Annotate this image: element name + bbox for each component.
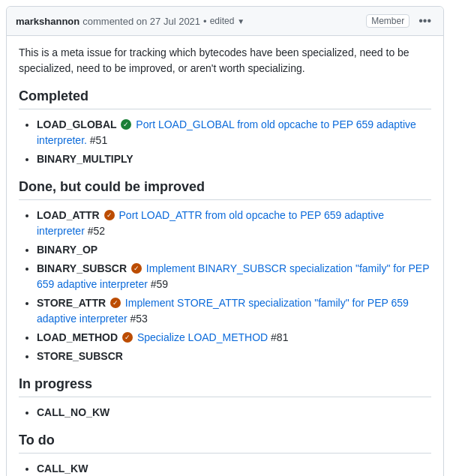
list-item: CALL_NO_KW xyxy=(37,405,431,421)
chevron-down-icon: ▼ xyxy=(237,17,244,25)
item-prefix: LOAD_ATTR xyxy=(37,209,100,221)
item-prefix: STORE_SUBSCR xyxy=(37,350,123,362)
check-circle-orange-icon: ✓ xyxy=(104,210,115,220)
check-circle-icon: ✓ xyxy=(121,119,131,130)
comment-body: This is a meta issue for tracking which … xyxy=(7,36,443,476)
item-suffix: #51 xyxy=(90,134,107,146)
comment-header-right: Member ••• xyxy=(366,13,434,29)
edited-link[interactable]: edited xyxy=(210,16,235,26)
item-suffix: #53 xyxy=(130,313,148,325)
actions-button[interactable]: ••• xyxy=(416,13,434,29)
item-prefix: LOAD_GLOBAL xyxy=(37,118,117,130)
check-circle-orange-icon: ✓ xyxy=(122,332,133,343)
list-item: BINARY_SUBSCR ✓ Implement BINARY_SUBSCR … xyxy=(37,261,431,292)
section-heading-todo: To do xyxy=(19,433,431,454)
author-link[interactable]: markshannon xyxy=(16,16,80,27)
section-heading-done-improved: Done, but could be improved xyxy=(19,179,431,200)
item-prefix: BINARY_OP xyxy=(37,244,98,256)
item-prefix: CALL_KW xyxy=(37,463,88,475)
list-item: LOAD_GLOBAL ✓ Port LOAD_GLOBAL from old … xyxy=(37,117,431,148)
done-improved-list: LOAD_ATTR ✓ Port LOAD_ATTR from old opca… xyxy=(19,208,431,364)
meta-description: This is a meta issue for tracking which … xyxy=(19,45,431,76)
item-prefix: BINARY_SUBSCR xyxy=(37,262,127,274)
list-item: STORE_SUBSCR xyxy=(37,349,431,364)
item-prefix: LOAD_METHOD xyxy=(37,331,118,343)
in-progress-list: CALL_NO_KW xyxy=(19,405,431,421)
action-text: commented on 27 Jul 2021 xyxy=(82,16,200,27)
list-item: LOAD_METHOD ✓ Specialize LOAD_METHOD #81 xyxy=(37,330,431,346)
comment-container: markshannon commented on 27 Jul 2021 • e… xyxy=(6,6,444,476)
list-item: CALL_KW xyxy=(37,461,431,476)
item-suffix: #52 xyxy=(88,225,105,237)
item-prefix: STORE_ATTR xyxy=(37,297,106,309)
list-item: STORE_ATTR ✓ Implement STORE_ATTR specia… xyxy=(37,295,431,327)
check-circle-orange-icon: ✓ xyxy=(110,298,121,308)
section-heading-in-progress: In progress xyxy=(19,376,431,397)
check-circle-orange-icon: ✓ xyxy=(131,263,142,274)
item-prefix: BINARY_MULTIPLY xyxy=(37,153,134,165)
todo-list: CALL_KW xyxy=(19,461,431,476)
item-link[interactable]: Specialize LOAD_METHOD xyxy=(137,331,268,343)
list-item: BINARY_MULTIPLY xyxy=(37,151,431,167)
comment-header-left: markshannon commented on 27 Jul 2021 • e… xyxy=(16,16,244,27)
list-item: BINARY_OP xyxy=(37,242,431,258)
item-suffix: #81 xyxy=(271,331,288,343)
list-item: LOAD_ATTR ✓ Port LOAD_ATTR from old opca… xyxy=(37,208,431,239)
completed-list: LOAD_GLOBAL ✓ Port LOAD_GLOBAL from old … xyxy=(19,117,431,167)
comment-header: markshannon commented on 27 Jul 2021 • e… xyxy=(7,7,443,36)
item-suffix: #59 xyxy=(151,278,168,290)
section-heading-completed: Completed xyxy=(19,88,431,109)
item-prefix: CALL_NO_KW xyxy=(37,406,110,418)
member-badge: Member xyxy=(366,14,410,28)
